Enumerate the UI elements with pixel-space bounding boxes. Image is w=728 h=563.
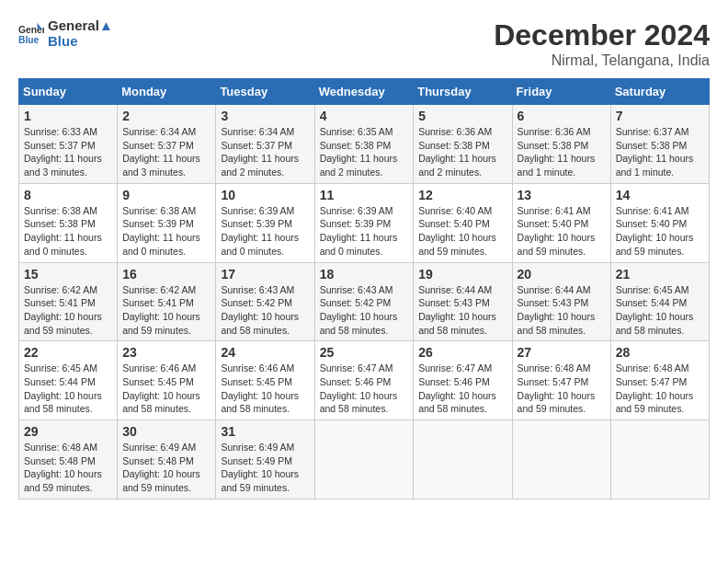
day-info: Sunrise: 6:42 AM Sunset: 5:41 PM Dayligh…	[122, 283, 210, 338]
calendar-cell: 20Sunrise: 6:44 AM Sunset: 5:43 PM Dayli…	[512, 262, 610, 341]
calendar-cell: 22Sunrise: 6:45 AM Sunset: 5:44 PM Dayli…	[19, 341, 118, 420]
day-number: 12	[418, 188, 506, 202]
svg-text:Blue: Blue	[18, 35, 40, 45]
calendar-cell: 8Sunrise: 6:38 AM Sunset: 5:38 PM Daylig…	[19, 183, 118, 262]
calendar-cell: 13Sunrise: 6:41 AM Sunset: 5:40 PM Dayli…	[512, 183, 610, 262]
day-number: 25	[320, 345, 409, 360]
calendar-cell	[512, 420, 610, 500]
day-info: Sunrise: 6:37 AM Sunset: 5:38 PM Dayligh…	[616, 125, 704, 179]
calendar-cell: 10Sunrise: 6:39 AM Sunset: 5:39 PM Dayli…	[216, 183, 314, 262]
col-monday: Monday	[118, 79, 216, 105]
calendar-cell: 24Sunrise: 6:46 AM Sunset: 5:45 PM Dayli…	[216, 341, 314, 420]
day-info: Sunrise: 6:45 AM Sunset: 5:44 PM Dayligh…	[616, 283, 704, 338]
day-number: 17	[221, 267, 309, 282]
calendar-cell: 9Sunrise: 6:38 AM Sunset: 5:39 PM Daylig…	[118, 183, 216, 262]
day-info: Sunrise: 6:46 AM Sunset: 5:45 PM Dayligh…	[122, 362, 210, 416]
col-tuesday: Tuesday	[216, 79, 314, 105]
calendar-cell: 7Sunrise: 6:37 AM Sunset: 5:38 PM Daylig…	[610, 105, 709, 184]
day-info: Sunrise: 6:34 AM Sunset: 5:37 PM Dayligh…	[122, 125, 210, 179]
day-info: Sunrise: 6:36 AM Sunset: 5:38 PM Dayligh…	[518, 125, 606, 179]
day-info: Sunrise: 6:34 AM Sunset: 5:37 PM Dayligh…	[221, 125, 309, 179]
day-info: Sunrise: 6:49 AM Sunset: 5:48 PM Dayligh…	[122, 441, 210, 495]
calendar-table: Sunday Monday Tuesday Wednesday Thursday…	[18, 78, 710, 500]
day-number: 2	[122, 109, 210, 123]
col-thursday: Thursday	[414, 79, 512, 105]
day-number: 24	[221, 345, 309, 360]
day-number: 14	[616, 188, 704, 202]
title-block: December 2024 Nirmal, Telangana, India	[494, 18, 710, 69]
col-saturday: Saturday	[610, 79, 709, 105]
day-info: Sunrise: 6:42 AM Sunset: 5:41 PM Dayligh…	[24, 283, 112, 338]
calendar-cell: 29Sunrise: 6:48 AM Sunset: 5:48 PM Dayli…	[19, 420, 118, 500]
day-number: 29	[24, 424, 112, 439]
day-info: Sunrise: 6:46 AM Sunset: 5:45 PM Dayligh…	[221, 362, 309, 416]
calendar-cell: 1Sunrise: 6:33 AM Sunset: 5:37 PM Daylig…	[19, 105, 118, 184]
day-number: 23	[122, 345, 210, 360]
calendar-row: 1Sunrise: 6:33 AM Sunset: 5:37 PM Daylig…	[19, 105, 710, 184]
svg-text:General: General	[18, 25, 44, 35]
calendar-cell: 23Sunrise: 6:46 AM Sunset: 5:45 PM Dayli…	[118, 341, 216, 420]
calendar-cell: 5Sunrise: 6:36 AM Sunset: 5:38 PM Daylig…	[414, 105, 512, 184]
page-header: General Blue General▲ Blue December 2024…	[18, 18, 710, 69]
col-friday: Friday	[512, 79, 610, 105]
calendar-cell	[314, 420, 414, 500]
day-number: 21	[616, 267, 704, 282]
calendar-cell: 28Sunrise: 6:48 AM Sunset: 5:47 PM Dayli…	[610, 341, 709, 420]
calendar-cell	[610, 420, 709, 500]
day-number: 13	[518, 188, 606, 202]
calendar-cell: 25Sunrise: 6:47 AM Sunset: 5:46 PM Dayli…	[314, 341, 414, 420]
day-info: Sunrise: 6:49 AM Sunset: 5:49 PM Dayligh…	[221, 441, 309, 495]
header-row: Sunday Monday Tuesday Wednesday Thursday…	[19, 79, 710, 105]
day-info: Sunrise: 6:40 AM Sunset: 5:40 PM Dayligh…	[418, 204, 506, 259]
day-number: 11	[320, 188, 409, 202]
calendar-cell: 14Sunrise: 6:41 AM Sunset: 5:40 PM Dayli…	[610, 183, 709, 262]
calendar-cell: 3Sunrise: 6:34 AM Sunset: 5:37 PM Daylig…	[216, 105, 314, 184]
calendar-row: 22Sunrise: 6:45 AM Sunset: 5:44 PM Dayli…	[19, 341, 710, 420]
calendar-cell: 11Sunrise: 6:39 AM Sunset: 5:39 PM Dayli…	[314, 183, 414, 262]
day-info: Sunrise: 6:41 AM Sunset: 5:40 PM Dayligh…	[616, 204, 704, 259]
location: Nirmal, Telangana, India	[494, 52, 710, 69]
day-number: 19	[418, 267, 506, 282]
calendar-row: 8Sunrise: 6:38 AM Sunset: 5:38 PM Daylig…	[19, 183, 710, 262]
calendar-row: 29Sunrise: 6:48 AM Sunset: 5:48 PM Dayli…	[19, 420, 710, 500]
calendar-cell: 6Sunrise: 6:36 AM Sunset: 5:38 PM Daylig…	[512, 105, 610, 184]
calendar-cell: 18Sunrise: 6:43 AM Sunset: 5:42 PM Dayli…	[314, 262, 414, 341]
day-info: Sunrise: 6:44 AM Sunset: 5:43 PM Dayligh…	[518, 283, 606, 338]
day-info: Sunrise: 6:47 AM Sunset: 5:46 PM Dayligh…	[320, 362, 409, 416]
day-info: Sunrise: 6:47 AM Sunset: 5:46 PM Dayligh…	[418, 362, 506, 416]
day-number: 28	[616, 345, 704, 360]
logo-icon: General Blue	[18, 21, 44, 47]
day-number: 15	[24, 267, 112, 282]
col-wednesday: Wednesday	[314, 79, 414, 105]
day-number: 9	[122, 188, 210, 202]
day-info: Sunrise: 6:39 AM Sunset: 5:39 PM Dayligh…	[320, 204, 409, 259]
day-info: Sunrise: 6:39 AM Sunset: 5:39 PM Dayligh…	[221, 204, 309, 259]
day-info: Sunrise: 6:43 AM Sunset: 5:42 PM Dayligh…	[221, 283, 309, 338]
day-number: 31	[221, 424, 309, 439]
day-number: 3	[221, 109, 309, 123]
day-number: 20	[518, 267, 606, 282]
day-info: Sunrise: 6:43 AM Sunset: 5:42 PM Dayligh…	[320, 283, 409, 338]
calendar-cell: 4Sunrise: 6:35 AM Sunset: 5:38 PM Daylig…	[314, 105, 414, 184]
day-number: 8	[24, 188, 112, 202]
calendar-cell: 15Sunrise: 6:42 AM Sunset: 5:41 PM Dayli…	[19, 262, 118, 341]
day-number: 1	[24, 109, 112, 123]
col-sunday: Sunday	[19, 79, 118, 105]
day-info: Sunrise: 6:36 AM Sunset: 5:38 PM Dayligh…	[418, 125, 506, 179]
calendar-cell: 21Sunrise: 6:45 AM Sunset: 5:44 PM Dayli…	[610, 262, 709, 341]
calendar-cell: 2Sunrise: 6:34 AM Sunset: 5:37 PM Daylig…	[118, 105, 216, 184]
calendar-cell: 27Sunrise: 6:48 AM Sunset: 5:47 PM Dayli…	[512, 341, 610, 420]
day-number: 30	[122, 424, 210, 439]
day-number: 4	[320, 109, 409, 123]
day-info: Sunrise: 6:44 AM Sunset: 5:43 PM Dayligh…	[418, 283, 506, 338]
day-number: 6	[518, 109, 606, 123]
day-number: 7	[616, 109, 704, 123]
day-number: 5	[418, 109, 506, 123]
calendar-cell: 26Sunrise: 6:47 AM Sunset: 5:46 PM Dayli…	[414, 341, 512, 420]
day-info: Sunrise: 6:38 AM Sunset: 5:39 PM Dayligh…	[122, 204, 210, 259]
day-info: Sunrise: 6:45 AM Sunset: 5:44 PM Dayligh…	[24, 362, 112, 416]
calendar-cell: 17Sunrise: 6:43 AM Sunset: 5:42 PM Dayli…	[216, 262, 314, 341]
calendar-cell: 16Sunrise: 6:42 AM Sunset: 5:41 PM Dayli…	[118, 262, 216, 341]
day-info: Sunrise: 6:38 AM Sunset: 5:38 PM Dayligh…	[24, 204, 112, 259]
day-number: 26	[418, 345, 506, 360]
